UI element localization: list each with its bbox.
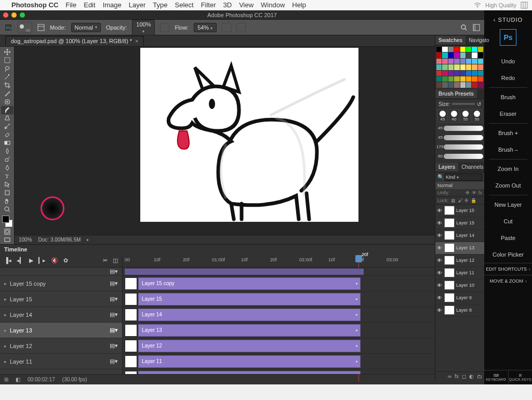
brush-preset-picker[interactable]: 45: [18, 22, 32, 33]
layer-fx-icon[interactable]: fx: [455, 374, 459, 379]
unify-visibility-icon[interactable]: 👁: [472, 190, 476, 195]
flow-input[interactable]: 54% ▾: [194, 23, 217, 32]
color-swatch[interactable]: [472, 47, 477, 52]
color-swatch[interactable]: [460, 64, 466, 70]
new-group-icon[interactable]: 🗀: [477, 374, 482, 379]
tool-zoom[interactable]: [1, 205, 14, 214]
layer-row[interactable]: 👁Layer 12: [435, 255, 484, 267]
studio-shortcut-undo[interactable]: Undo: [484, 53, 532, 70]
tool-type[interactable]: T: [1, 172, 14, 180]
tl-transition-icon[interactable]: ◫: [113, 257, 118, 264]
brush-size-slider[interactable]: [452, 103, 475, 105]
clip-menu-icon[interactable]: ▸: [356, 359, 358, 364]
brush-stroke-preview[interactable]: 45: [436, 133, 483, 142]
brush-stroke-preview[interactable]: 45: [436, 124, 483, 133]
tl-row-menu-icon[interactable]: ▤▾: [110, 296, 118, 302]
timeline-layer-row[interactable]: ▸Layer 10▤▾: [0, 369, 122, 374]
menu-layer[interactable]: Layer: [129, 1, 146, 9]
timeline-clip[interactable]: Layer 15 copy▸: [138, 277, 361, 290]
menu-type[interactable]: Type: [153, 1, 167, 9]
unify-position-icon[interactable]: ✥: [466, 190, 470, 195]
layer-visibility-icon[interactable]: 👁: [436, 220, 443, 226]
menu-file[interactable]: File: [65, 1, 76, 9]
tl-row-menu-icon[interactable]: ▤▾: [110, 358, 118, 365]
color-swatch[interactable]: [436, 76, 442, 82]
clip-menu-icon[interactable]: ▸: [356, 281, 358, 286]
timeline-clip[interactable]: Layer 14▸: [138, 309, 361, 321]
brush-preset-thumb[interactable]: 55: [460, 109, 471, 123]
clip-menu-icon[interactable]: ▸: [356, 328, 358, 332]
timeline-layer-row[interactable]: ▸Layer 15 copy▤▾: [0, 276, 122, 291]
layer-visibility-icon[interactable]: 👁: [436, 208, 443, 214]
color-swatch[interactable]: [466, 76, 471, 82]
color-swatch[interactable]: [436, 82, 442, 87]
tool-marquee[interactable]: [1, 56, 14, 64]
tool-pen[interactable]: [1, 164, 14, 172]
color-swatch[interactable]: [454, 71, 459, 76]
expand-icon[interactable]: ▸: [4, 297, 7, 302]
color-swatch[interactable]: [442, 82, 447, 87]
timeline-tab[interactable]: Timeline: [4, 246, 27, 252]
layer-row[interactable]: 👁Layer 10: [435, 279, 484, 292]
timeline-clip[interactable]: Layer 15▸: [138, 293, 361, 305]
color-swatch[interactable]: [454, 52, 459, 58]
color-swatch[interactable]: [472, 52, 477, 58]
studio-shortcut-color-picker[interactable]: Color Picker: [484, 246, 532, 263]
brush-preset-thumb[interactable]: 40: [449, 109, 459, 123]
color-swatch[interactable]: [466, 71, 471, 76]
menu-3d[interactable]: 3D: [223, 1, 232, 9]
color-swatch[interactable]: [454, 47, 459, 52]
tool-history-brush[interactable]: [1, 122, 14, 130]
color-swatch[interactable]: [448, 64, 454, 70]
color-swatch[interactable]: [442, 64, 447, 70]
studio-shortcut-new-layer[interactable]: New Layer: [484, 196, 532, 213]
quick-mask-icon[interactable]: [1, 228, 14, 236]
layer-row[interactable]: 👁Layer 9: [435, 292, 484, 304]
tl-audio-icon[interactable]: 🔇: [51, 257, 58, 264]
color-swatch[interactable]: [442, 76, 447, 82]
studio-shortcut-zoom-in[interactable]: Zoom In: [484, 161, 532, 177]
tl-row-menu-icon[interactable]: ▤▾: [110, 311, 118, 318]
layer-row[interactable]: 👁Layer 14: [435, 230, 484, 242]
studio-back-button[interactable]: ‹ STUDIO: [494, 14, 523, 26]
color-swatch[interactable]: [448, 59, 454, 64]
tl-prev-frame-icon[interactable]: ◂▎: [17, 257, 24, 264]
brush-stroke-preview[interactable]: 175: [436, 142, 483, 152]
tool-gradient[interactable]: [1, 139, 14, 147]
timeline-layer-row[interactable]: ▸Layer 15▤▾: [0, 291, 122, 307]
tl-split-icon[interactable]: ✂: [103, 257, 108, 264]
color-swatch[interactable]: [472, 82, 477, 87]
color-swatch[interactable]: [460, 47, 466, 52]
color-swatch[interactable]: [478, 47, 483, 52]
tab-channels[interactable]: Channels: [458, 163, 486, 171]
color-swatch[interactable]: [478, 82, 483, 87]
app-name[interactable]: Photoshop CC: [11, 1, 58, 9]
tab-layers[interactable]: Layers: [435, 163, 458, 171]
opacity-pressure-icon[interactable]: [160, 23, 169, 32]
expand-icon[interactable]: ▸: [4, 359, 7, 364]
tl-row-menu-icon[interactable]: ▤▾: [110, 268, 118, 275]
color-swatch[interactable]: [436, 59, 442, 64]
menu-image[interactable]: Image: [103, 1, 122, 9]
expand-icon[interactable]: ▸: [4, 281, 7, 286]
tl-row-menu-icon[interactable]: ▤▾: [110, 280, 118, 287]
zoom-level[interactable]: 100%: [19, 237, 32, 243]
timeline-layer-row[interactable]: ▸Layer 14▤▾: [0, 307, 122, 323]
studio-shortcut-brush-minus[interactable]: Brush –: [484, 141, 532, 158]
color-swatch[interactable]: [460, 59, 466, 64]
color-swatch[interactable]: [466, 64, 471, 70]
color-swatch[interactable]: [454, 59, 459, 64]
color-swatch[interactable]: [436, 64, 442, 70]
brush-stroke-preview[interactable]: 80: [436, 152, 483, 161]
studio-quickkeys-button[interactable]: ⌘ QUICK KEYS: [508, 370, 533, 384]
color-swatch[interactable]: [460, 76, 466, 82]
timeline-clip[interactable]: Layer 11▸: [138, 355, 361, 368]
link-layers-icon[interactable]: ∞: [448, 374, 451, 379]
layer-visibility-icon[interactable]: 👁: [436, 270, 443, 276]
window-close-button[interactable]: [3, 12, 8, 18]
color-swatch[interactable]: [454, 82, 459, 87]
layer-visibility-icon[interactable]: 👁: [436, 258, 443, 263]
layer-kind-filter-icon[interactable]: 🔍: [437, 174, 444, 180]
tl-row-menu-icon[interactable]: ▤▾: [110, 327, 118, 334]
menu-view[interactable]: View: [239, 1, 254, 9]
